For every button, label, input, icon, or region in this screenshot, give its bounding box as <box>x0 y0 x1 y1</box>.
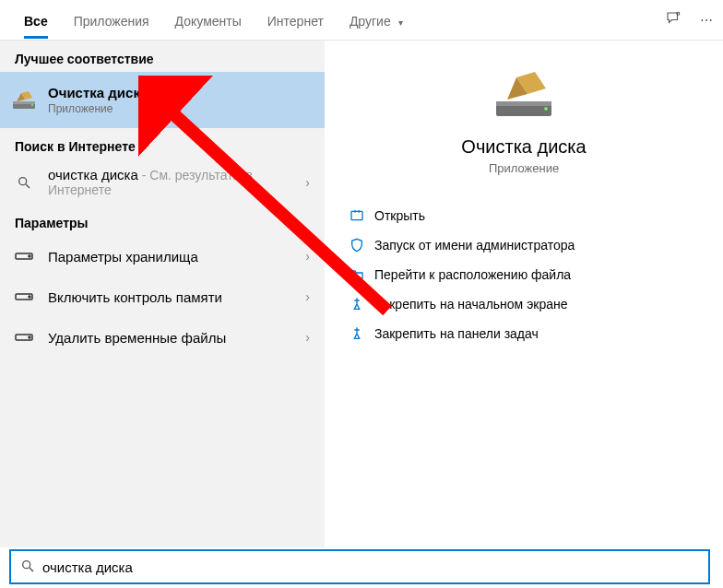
open-icon <box>347 208 367 223</box>
tab-other-label: Другие <box>350 14 391 29</box>
settings-header: Параметры <box>0 205 325 236</box>
disk-cleanup-icon <box>11 88 37 113</box>
svg-rect-2 <box>13 101 35 104</box>
folder-icon <box>347 267 367 282</box>
action-open[interactable]: Открыть <box>343 201 705 230</box>
details-type: Приложение <box>489 161 559 175</box>
best-match-header: Лучшее соответствие <box>0 41 325 72</box>
search-input[interactable] <box>42 559 699 575</box>
chevron-right-icon: › <box>302 175 314 190</box>
storage-icon <box>11 284 37 310</box>
search-icon <box>11 170 37 195</box>
shield-icon <box>347 238 367 253</box>
tab-documents[interactable]: Документы <box>162 3 255 38</box>
chevron-right-icon: › <box>302 249 314 264</box>
svg-rect-15 <box>351 211 362 219</box>
svg-point-0 <box>677 12 680 15</box>
setting-label: Включить контроль памяти <box>48 289 302 305</box>
tab-web[interactable]: Интернет <box>255 3 337 38</box>
svg-point-14 <box>544 107 548 111</box>
best-match-title: Очистка диска <box>48 85 314 100</box>
chevron-right-icon: › <box>302 289 314 304</box>
action-run-as-admin[interactable]: Запуск от имени администратора <box>343 230 705 260</box>
web-search-result[interactable]: очистка диска - См. результаты в Интерне… <box>0 159 325 205</box>
svg-point-11 <box>29 336 30 338</box>
more-options-icon[interactable]: ⋯ <box>690 13 723 28</box>
action-label: Перейти к расположению файла <box>374 267 571 282</box>
action-label: Закрепить на панели задач <box>374 326 539 341</box>
search-bar[interactable] <box>9 549 710 584</box>
setting-storage-params[interactable]: Параметры хранилища › <box>0 236 325 276</box>
svg-point-7 <box>29 255 30 257</box>
svg-point-17 <box>23 560 30 568</box>
action-pin-start[interactable]: Закрепить на начальном экране <box>343 289 705 319</box>
setting-storage-sense[interactable]: Включить контроль памяти › <box>0 276 325 317</box>
action-open-location[interactable]: Перейти к расположению файла <box>343 260 705 289</box>
web-result-title: очистка диска <box>48 167 138 182</box>
action-label: Закрепить на начальном экране <box>374 297 568 312</box>
results-panel: Лучшее соответствие Очистка диска Прилож… <box>0 41 325 547</box>
web-search-header: Поиск в Интернете <box>0 128 325 159</box>
setting-delete-temp[interactable]: Удалить временные файлы › <box>0 317 325 358</box>
disk-cleanup-large-icon <box>491 70 557 120</box>
storage-icon <box>11 324 37 350</box>
best-match-subtitle: Приложение <box>48 102 314 115</box>
storage-icon <box>11 243 37 269</box>
svg-line-18 <box>30 568 33 571</box>
pin-icon <box>347 326 367 341</box>
best-match-result[interactable]: Очистка диска Приложение <box>0 72 325 128</box>
setting-label: Параметры хранилища <box>48 249 302 265</box>
pin-icon <box>347 297 367 312</box>
svg-point-4 <box>19 177 27 184</box>
setting-label: Удалить временные файлы <box>48 330 302 346</box>
action-label: Запуск от имени администратора <box>374 238 575 253</box>
details-title: Очистка диска <box>461 136 586 158</box>
svg-rect-13 <box>496 101 551 106</box>
search-icon <box>20 559 35 576</box>
feedback-icon[interactable] <box>657 10 690 29</box>
details-panel: Очистка диска Приложение Открыть Запуск … <box>325 41 723 547</box>
tab-other[interactable]: Другие ▾ <box>337 3 416 38</box>
svg-line-5 <box>26 184 30 188</box>
chevron-right-icon: › <box>302 330 314 345</box>
details-actions: Открыть Запуск от имени администратора П… <box>325 201 723 348</box>
chevron-down-icon: ▾ <box>398 18 403 28</box>
svg-point-9 <box>29 296 30 298</box>
web-result-dash: - <box>138 168 149 182</box>
search-tabs: Все Приложения Документы Интернет Другие… <box>0 0 723 41</box>
svg-point-3 <box>31 104 33 106</box>
action-label: Открыть <box>374 208 425 223</box>
tab-apps[interactable]: Приложения <box>61 3 162 38</box>
action-pin-taskbar[interactable]: Закрепить на панели задач <box>343 319 705 348</box>
tab-all[interactable]: Все <box>11 3 61 38</box>
